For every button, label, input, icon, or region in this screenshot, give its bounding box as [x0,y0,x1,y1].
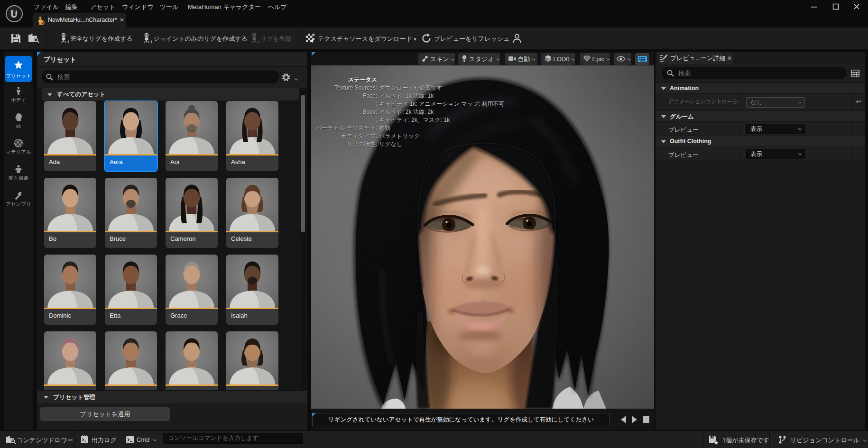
svg-text:+: + [150,39,152,44]
svg-text:R: R [41,21,44,24]
svg-text:+: + [67,39,69,44]
svg-text:✕: ✕ [258,39,259,44]
